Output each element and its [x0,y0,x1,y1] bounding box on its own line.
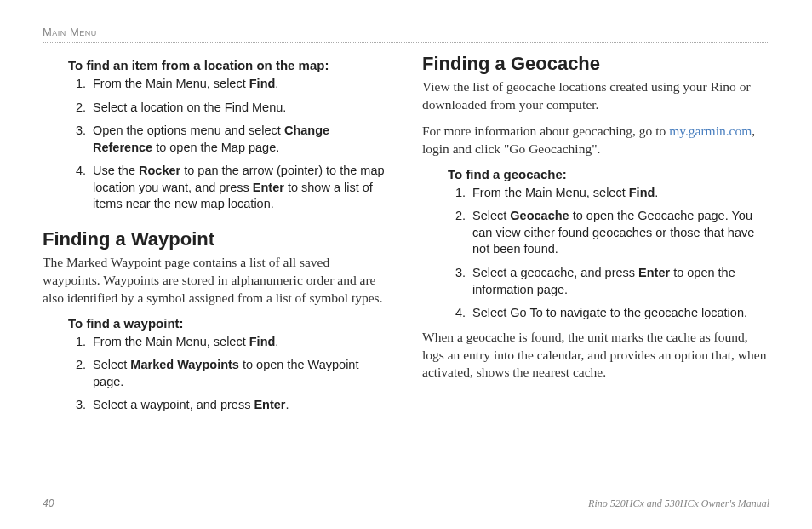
geocache-closing: When a geocache is found, the unit marks… [422,329,769,382]
step-text: Select Go To to navigate to the geocache… [472,306,747,319]
info-text: For more information about geocaching, g… [422,124,669,138]
header-divider [43,42,769,43]
step-text: . [655,186,658,199]
step-text: Select [93,358,130,371]
find-geocache-steps: From the Main Menu, select Find. Select … [469,185,769,322]
step-text: to open the Map page. [152,141,279,154]
list-item: Use the Rocker to pan the arrow (pointer… [89,163,390,213]
paragraph: For more information about geocaching, g… [422,123,769,158]
paragraph: View the list of geocache locations crea… [422,78,769,114]
list-item: Select Geocache to open the Geocache pag… [469,208,769,258]
step-bold: Enter [638,266,670,279]
step-text: From the Main Menu, select [93,77,249,90]
step-text: From the Main Menu, select [93,335,249,348]
find-item-map-title: To find an item from a location on the m… [68,58,390,72]
step-bold: Find [629,186,655,199]
paragraph: The Marked Waypoint page contains a list… [43,254,390,308]
find-waypoint-title: To find a waypoint: [68,316,390,331]
page-number: 40 [43,497,54,510]
find-geocache-title: To find a geocache: [448,167,769,181]
header-section-label: Main Menu [43,26,769,38]
step-bold: Enter [253,181,284,194]
left-column: To find an item from a location on the m… [43,53,390,421]
list-item: Select a waypoint, and press Enter. [89,397,390,414]
list-item: From the Main Menu, select Find. [89,334,390,351]
step-bold: Find [249,335,276,348]
list-item: Select Marked Waypoints to open the Wayp… [89,357,390,390]
finding-geocache-body: View the list of geocache locations crea… [422,78,769,158]
step-text: Select a waypoint, and press [93,398,254,411]
step-text: Use the [93,164,139,177]
content-columns: To find an item from a location on the m… [43,53,769,421]
list-item: From the Main Menu, select Find. [89,76,390,93]
step-bold: Find [249,77,276,90]
list-item: Select a geocache, and press Enter to op… [469,265,769,298]
find-item-map-steps: From the Main Menu, select Find. Select … [89,76,390,213]
finding-waypoint-heading: Finding a Waypoint [43,228,390,250]
step-bold: Rocker [139,164,180,177]
step-bold: Geocache [510,209,569,222]
find-waypoint-steps: From the Main Menu, select Find. Select … [89,334,390,414]
garmin-link[interactable]: my.garmin.com [669,124,752,138]
right-column: Finding a Geocache View the list of geoc… [422,53,769,421]
step-bold: Enter [254,398,285,411]
step-text: Select [472,209,510,222]
list-item: From the Main Menu, select Find. [469,185,769,202]
list-item: Select a location on the Find Menu. [89,100,390,117]
list-item: Select Go To to navigate to the geocache… [469,305,769,322]
step-text: Select a geocache, and press [472,266,638,279]
finding-geocache-heading: Finding a Geocache [422,53,769,75]
step-text: From the Main Menu, select [472,186,629,199]
step-text: Select a location on the Find Menu. [93,101,286,114]
step-text: . [286,398,289,411]
list-item: Open the options menu and select Change … [89,123,390,156]
step-text: . [275,335,278,348]
paragraph: When a geocache is found, the unit marks… [422,329,769,382]
step-text: . [275,77,278,90]
manual-title: Rino 520HCx and 530HCx Owner's Manual [588,497,769,510]
step-text: Open the options menu and select [93,124,284,137]
finding-waypoint-body: The Marked Waypoint page contains a list… [43,254,390,308]
step-bold: Marked Waypoints [130,358,239,371]
page-footer: 40 Rino 520HCx and 530HCx Owner's Manual [43,497,769,510]
